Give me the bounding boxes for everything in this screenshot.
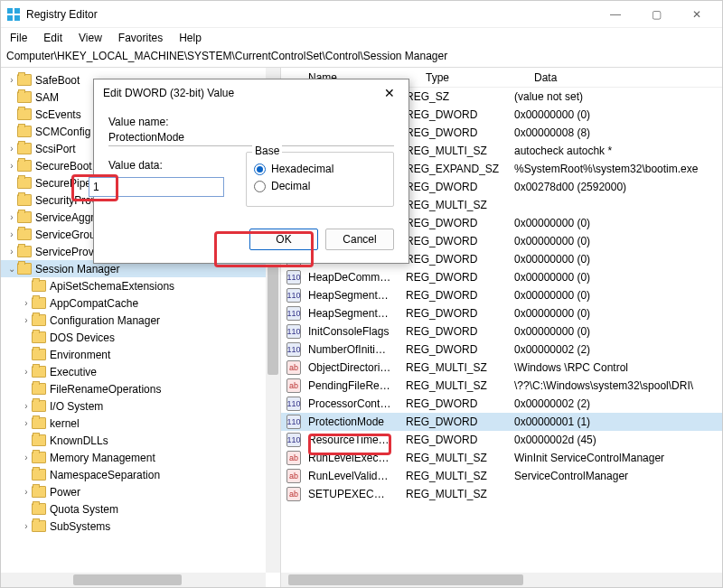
value-data: 0x00000000 (0)	[507, 217, 722, 229]
col-data[interactable]: Data	[527, 71, 722, 84]
close-button[interactable]: ✕	[677, 2, 717, 27]
tree-node[interactable]: KnownDLLs	[1, 432, 280, 449]
chevron-icon[interactable]: ›	[21, 401, 32, 411]
value-data-input[interactable]	[89, 177, 224, 197]
chevron-icon[interactable]: ›	[6, 247, 17, 257]
chevron-icon[interactable]: ›	[6, 75, 17, 85]
col-type[interactable]: Type	[418, 71, 527, 84]
value-type-icon: 110	[286, 397, 301, 411]
chevron-icon[interactable]: ›	[6, 144, 17, 154]
dialog-title: Edit DWORD (32-bit) Value	[103, 87, 234, 99]
tree-label: Environment	[50, 349, 110, 361]
value-data: (value not set)	[507, 90, 722, 103]
tree-node[interactable]: Environment	[1, 346, 280, 363]
tree-node[interactable]: ›SubSystems	[1, 518, 280, 535]
value-row[interactable]: 110ResourceTimeout...REG_DWORD0x0000002d…	[281, 431, 722, 449]
value-type: REG_DWORD	[399, 325, 507, 338]
minimize-button[interactable]: —	[596, 2, 635, 27]
menu-edit[interactable]: Edit	[43, 32, 62, 44]
radio-decimal[interactable]: Decimal	[254, 180, 386, 192]
tree-node[interactable]: ›kernel	[1, 415, 280, 432]
tree-label: SAM	[35, 91, 59, 104]
value-row[interactable]: 110HeapDeCommit...REG_DWORD0x00000000 (0…	[281, 268, 722, 286]
chevron-icon[interactable]: ›	[6, 229, 17, 239]
tree-node[interactable]: ›I/O System	[1, 397, 280, 415]
tree-node[interactable]: NamespaceSeparation	[1, 466, 280, 483]
svg-rect-2	[7, 15, 13, 21]
chevron-icon[interactable]: ›	[21, 367, 32, 377]
chevron-icon[interactable]: ›	[21, 453, 32, 462]
tree-label: Session Manager	[35, 263, 119, 275]
folder-icon	[32, 400, 46, 412]
value-type: REG_MULTI_SZ	[399, 145, 507, 157]
menu-favorites[interactable]: Favorites	[118, 32, 163, 44]
value-data-label: Value data:	[108, 159, 163, 172]
value-data: \??\C:\Windows\system32\spool\DRI\	[507, 379, 722, 392]
value-name: InitConsoleFlags	[301, 325, 399, 338]
tree-node[interactable]: ›Configuration Manager	[1, 312, 280, 329]
chevron-icon[interactable]: ›	[6, 161, 17, 171]
tree-node[interactable]: ›Executive	[1, 363, 280, 380]
chevron-icon[interactable]: ›	[21, 521, 32, 531]
value-row[interactable]: 110ProcessorControlREG_DWORD0x00000002 (…	[281, 395, 722, 413]
tree-label: SubSystems	[50, 520, 110, 533]
value-type-icon: 110	[286, 270, 301, 285]
menu-view[interactable]: View	[79, 32, 102, 44]
value-row[interactable]: 110HeapSegmentCo...REG_DWORD0x00000000 (…	[281, 286, 722, 304]
value-row[interactable]: abObjectDirectoriesREG_MULTI_SZ\Windows …	[281, 359, 722, 377]
folder-icon	[17, 263, 32, 275]
tree-node[interactable]: ›Memory Management	[1, 449, 280, 466]
value-data: \Windows \RPC Control	[507, 361, 722, 374]
folder-icon	[32, 434, 46, 446]
value-row[interactable]: abRunLevelValidateREG_MULTI_SZServiceCon…	[281, 467, 722, 485]
tree-horizontal-scrollbar[interactable]	[1, 573, 266, 587]
tree-node[interactable]: ›Power	[1, 483, 280, 500]
base-group-label: Base	[252, 145, 282, 157]
value-row[interactable]: 110NumberOfInitial...REG_DWORD0x00000002…	[281, 341, 722, 359]
maximize-button[interactable]: ▢	[636, 2, 676, 27]
dialog-close-icon[interactable]: ✕	[380, 86, 399, 100]
values-horizontal-scrollbar[interactable]	[281, 573, 722, 587]
tree-node[interactable]: FileRenameOperations	[1, 380, 280, 397]
chevron-icon[interactable]: ›	[21, 418, 32, 428]
ok-button[interactable]: OK	[249, 229, 318, 250]
chevron-icon[interactable]: ›	[21, 298, 32, 308]
folder-icon	[32, 349, 46, 360]
radio-hexadecimal[interactable]: Hexadecimal	[254, 163, 386, 175]
tree-node[interactable]: ApiSetSchemaExtensions	[1, 277, 280, 294]
cancel-button[interactable]: Cancel	[325, 229, 394, 250]
value-type: REG_MULTI_SZ	[399, 199, 507, 211]
value-data: 0x00000000 (0)	[507, 253, 722, 266]
value-name-field[interactable]	[108, 128, 394, 146]
folder-icon	[17, 160, 32, 172]
folder-icon	[17, 74, 32, 86]
value-row[interactable]: 110InitConsoleFlagsREG_DWORD0x00000000 (…	[281, 322, 722, 341]
address-bar[interactable]: Computer\HKEY_LOCAL_MACHINE\SYSTEM\Curre…	[1, 48, 722, 68]
radio-hex-label: Hexadecimal	[271, 163, 333, 175]
value-type-icon: 110	[286, 288, 301, 303]
tree-label: Memory Management	[50, 452, 155, 464]
menu-help[interactable]: Help	[179, 32, 202, 44]
value-data: 0x00000000 (0)	[507, 289, 722, 302]
value-name: ProtectionMode	[301, 415, 399, 428]
chevron-icon[interactable]: ›	[21, 487, 32, 497]
tree-node[interactable]: DOS Devices	[1, 329, 280, 346]
value-row[interactable]: abPendingFileRena...REG_MULTI_SZ\??\C:\W…	[281, 377, 722, 395]
tree-label: FileRenameOperations	[50, 383, 161, 396]
chevron-icon[interactable]: ⌄	[6, 264, 17, 274]
tree-node[interactable]: Quota System	[1, 500, 280, 518]
value-data: 0x00278d00 (2592000)	[507, 181, 722, 193]
value-row[interactable]: abSETUPEXECUTEREG_MULTI_SZ	[281, 485, 722, 503]
tree-label: Configuration Manager	[50, 314, 160, 327]
value-type: REG_DWORD	[399, 289, 507, 302]
folder-icon	[32, 366, 46, 378]
value-row[interactable]: 110ProtectionModeREG_DWORD0x00000001 (1)	[281, 413, 722, 431]
menu-file[interactable]: File	[10, 32, 27, 44]
tree-label: SecureBoot	[35, 160, 92, 173]
value-type: REG_DWORD	[399, 126, 507, 139]
value-row[interactable]: 110HeapSegmentRe...REG_DWORD0x00000000 (…	[281, 304, 722, 322]
tree-node[interactable]: ›AppCompatCache	[1, 294, 280, 312]
value-row[interactable]: abRunLevelExecuteREG_MULTI_SZWinInit Ser…	[281, 449, 722, 467]
chevron-icon[interactable]: ›	[21, 315, 32, 325]
chevron-icon[interactable]: ›	[6, 212, 17, 222]
